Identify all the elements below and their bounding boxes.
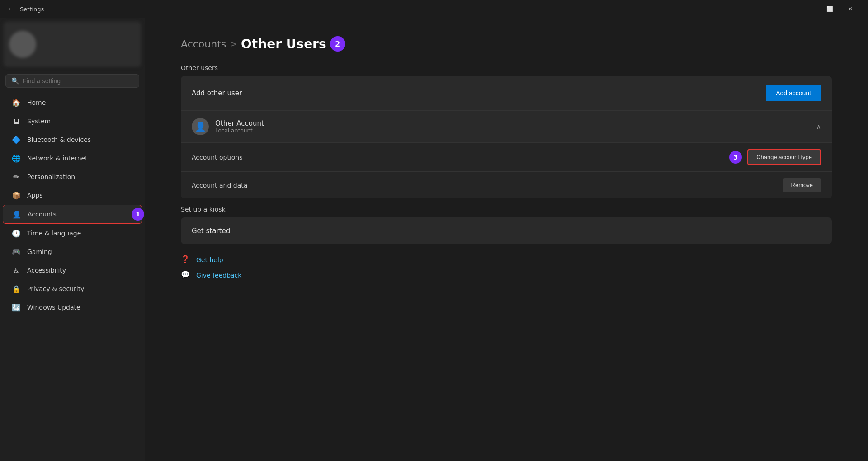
sidebar-item-windows-update[interactable]: 🔄Windows Update (3, 298, 142, 316)
titlebar: ← Settings ─ ⬜ ✕ (0, 0, 868, 18)
breadcrumb-parent: Accounts (181, 38, 226, 50)
give-feedback-icon: 💬 (181, 270, 191, 280)
account-type: Local account (215, 127, 264, 134)
account-data-row: Account and data Remove (181, 171, 832, 198)
chevron-up-icon: ∧ (816, 123, 821, 130)
sidebar-item-system[interactable]: 🖥System (3, 112, 142, 130)
search-icon: 🔍 (11, 77, 19, 85)
kiosk-row: Get started (181, 217, 832, 244)
get-help-link[interactable]: Get help (196, 256, 223, 263)
add-account-button[interactable]: Add account (766, 85, 821, 101)
account-options-row: Account options 3 Change account type (181, 142, 832, 171)
sidebar-item-personalization[interactable]: ✏️Personalization (3, 168, 142, 186)
bluetooth-icon: 🔷 (12, 135, 21, 144)
change-account-type-button[interactable]: Change account type (747, 149, 821, 165)
window-controls: ─ ⬜ ✕ (798, 2, 861, 16)
account-info: Other Account Local account (215, 119, 264, 134)
account-avatar: 👤 (192, 118, 209, 135)
accessibility-icon: ♿ (12, 266, 21, 275)
account-name: Other Account (215, 119, 264, 127)
give-feedback-row: 💬 Give feedback (181, 270, 832, 280)
home-icon: 🏠 (12, 98, 21, 107)
kiosk-card: Get started (181, 217, 832, 244)
account-header-left: 👤 Other Account Local account (192, 118, 264, 135)
sidebar-item-label-time: Time & language (27, 230, 81, 237)
apps-icon: 📦 (12, 191, 21, 200)
give-feedback-link[interactable]: Give feedback (196, 272, 241, 279)
windows-update-icon: 🔄 (12, 303, 21, 312)
network-icon: 🌐 (12, 154, 21, 163)
back-button[interactable]: ← (7, 5, 14, 13)
step-3-badge: 3 (729, 151, 742, 164)
step-badge-accounts: 1 (132, 208, 144, 221)
add-other-user-label: Add other user (192, 89, 242, 97)
app-title: Settings (20, 6, 44, 13)
sidebar-item-label-personalization: Personalization (27, 173, 75, 180)
breadcrumb: Accounts > Other Users 2 (181, 36, 832, 52)
remove-button[interactable]: Remove (783, 178, 821, 192)
system-icon: 🖥 (12, 117, 21, 126)
account-options-label: Account options (192, 154, 243, 161)
sidebar-item-label-apps: Apps (27, 192, 43, 199)
content-area: Accounts > Other Users 2 Other users Add… (145, 18, 868, 461)
account-data-label: Account and data (192, 182, 247, 189)
sidebar-item-label-accounts: Accounts (28, 211, 57, 218)
get-help-row: ❓ Get help (181, 255, 832, 265)
sidebar-item-privacy[interactable]: 🔒Privacy & security (3, 280, 142, 298)
sidebar-item-label-privacy: Privacy & security (27, 285, 84, 292)
search-input[interactable] (23, 77, 133, 85)
avatar (9, 31, 36, 58)
sidebar-item-time[interactable]: 🕐Time & language (3, 224, 142, 242)
breadcrumb-current: Other Users (241, 37, 326, 52)
sidebar-item-label-accessibility: Accessibility (27, 267, 66, 274)
restore-button[interactable]: ⬜ (819, 2, 840, 16)
sidebar-item-apps[interactable]: 📦Apps (3, 186, 142, 204)
other-users-count-badge: 2 (330, 36, 345, 52)
sidebar-item-bluetooth[interactable]: 🔷Bluetooth & devices (3, 131, 142, 149)
sidebar-item-label-windows-update: Windows Update (27, 304, 80, 311)
account-header[interactable]: 👤 Other Account Local account ∧ (181, 110, 832, 142)
sidebar-item-label-gaming: Gaming (27, 248, 52, 255)
sidebar: 🔍 🏠Home🖥System🔷Bluetooth & devices🌐Netwo… (0, 18, 145, 461)
gaming-icon: 🎮 (12, 247, 21, 256)
profile-section (4, 22, 141, 67)
titlebar-left: ← Settings (7, 5, 44, 13)
help-links: ❓ Get help 💬 Give feedback (181, 255, 832, 280)
sidebar-item-home[interactable]: 🏠Home (3, 94, 142, 112)
breadcrumb-separator: > (230, 38, 237, 49)
sidebar-item-label-system: System (27, 118, 51, 125)
add-user-row: Add other user Add account (181, 76, 832, 110)
minimize-button[interactable]: ─ (798, 2, 819, 16)
sidebar-item-network[interactable]: 🌐Network & internet (3, 149, 142, 167)
privacy-icon: 🔒 (12, 284, 21, 293)
account-options-btn-group: 3 Change account type (729, 149, 821, 165)
sidebar-nav: 🏠Home🖥System🔷Bluetooth & devices🌐Network… (0, 91, 145, 319)
section-title-other-users: Other users (181, 64, 832, 71)
sidebar-item-label-home: Home (27, 99, 46, 106)
app-body: 🔍 🏠Home🖥System🔷Bluetooth & devices🌐Netwo… (0, 18, 868, 461)
get-started-label: Get started (192, 227, 230, 235)
sidebar-item-accounts[interactable]: 👤Accounts1 (3, 205, 142, 224)
get-help-icon: ❓ (181, 255, 191, 265)
personalization-icon: ✏️ (12, 172, 21, 181)
sidebar-item-label-bluetooth: Bluetooth & devices (27, 136, 91, 143)
time-icon: 🕐 (12, 229, 21, 238)
sidebar-item-accessibility[interactable]: ♿Accessibility (3, 261, 142, 279)
close-button[interactable]: ✕ (840, 2, 861, 16)
sidebar-item-label-network: Network & internet (27, 155, 88, 162)
sidebar-item-gaming[interactable]: 🎮Gaming (3, 243, 142, 261)
kiosk-section-title: Set up a kiosk (181, 206, 832, 213)
accounts-icon: 👤 (12, 210, 21, 219)
search-box[interactable]: 🔍 (5, 74, 139, 88)
other-users-card: Add other user Add account 👤 Other Accou… (181, 76, 832, 198)
